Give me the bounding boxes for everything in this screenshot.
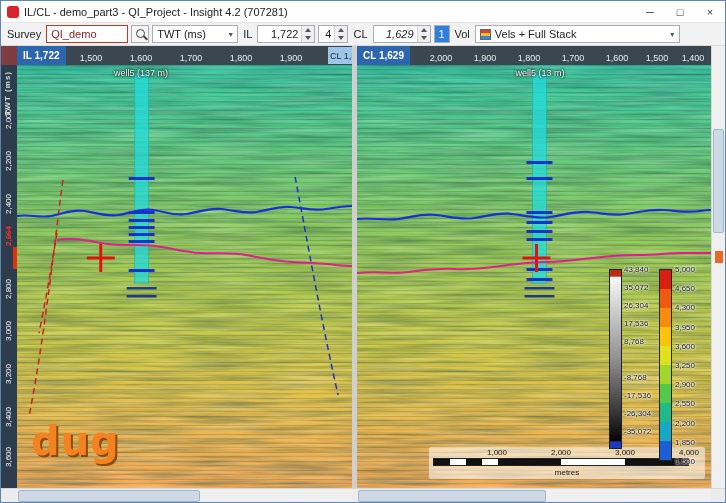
survey-label: Survey <box>5 28 43 40</box>
il-step-spinbox[interactable]: 4 <box>318 25 348 43</box>
colorbar-label: 2,900 <box>675 380 695 389</box>
ruler-tick: 1,600 <box>130 53 153 63</box>
twt-tick: 2,000 <box>4 109 13 129</box>
right-horizontal-scrollbar[interactable] <box>357 489 711 503</box>
left-panel-header: IL 1,722 1,500 1,600 1,700 1,800 1,900 2… <box>17 46 352 65</box>
twt-tick: 2,800 <box>4 279 13 299</box>
ruler-tick: 1,900 <box>474 53 497 63</box>
left-panel-title: IL 1,722 <box>17 46 66 65</box>
cl-value: 1,629 <box>374 26 417 42</box>
right-seismic-view[interactable]: well5 (13 m) 43,840 35,072 26,304 17,536… <box>357 65 711 488</box>
well-label: well5 (13 m) <box>515 68 564 78</box>
scrollbar-thumb[interactable] <box>713 129 724 233</box>
colorbar-label: 4,650 <box>675 284 695 293</box>
colorbar-label: -26,304 <box>624 409 651 418</box>
twt-tick: 2,200 <box>4 151 13 171</box>
ruler-tick: 1,400 <box>682 53 705 63</box>
vertical-scrollbar[interactable] <box>711 46 725 488</box>
intersection-marker: CL 1,5 <box>328 47 352 64</box>
ruler-tick: 1,700 <box>562 53 585 63</box>
amplitude-colorbar[interactable] <box>609 269 622 449</box>
window-controls: ─ □ × <box>635 1 725 22</box>
colorbar-label: -8,768 <box>624 373 647 382</box>
maximize-button[interactable]: □ <box>665 1 695 22</box>
vol-label: Vol <box>453 28 472 40</box>
dug-logo: dug <box>31 418 120 464</box>
twt-tick: 3,400 <box>4 407 13 427</box>
twt-axis[interactable]: TWT (ms) 2,000 2,200 2,400 2,664 2,800 3… <box>1 65 17 488</box>
scale-unit: metres <box>429 468 705 477</box>
ruler-tick: 1,500 <box>80 53 103 63</box>
twt-tick: 3,000 <box>4 321 13 341</box>
ruler-tick: 1,900 <box>280 53 303 63</box>
colorbar-label: 5,000 <box>675 265 695 274</box>
well-label: well5 (137 m) <box>114 68 168 78</box>
chevron-down-icon: ▾ <box>224 30 237 39</box>
il-label: IL <box>241 28 254 40</box>
ruler-tick: 1,600 <box>606 53 629 63</box>
close-button[interactable]: × <box>695 1 725 22</box>
il-spinner-arrows[interactable] <box>301 26 314 42</box>
scrollbar-position-marker <box>715 251 723 263</box>
colorbar-label: 43,840 <box>624 265 648 274</box>
scrollbar-thumb[interactable] <box>18 490 200 502</box>
minimize-button[interactable]: ─ <box>635 1 665 22</box>
app-window: IL/CL - demo_part3 - QI_Project - Insigh… <box>0 0 726 503</box>
app-icon[interactable] <box>7 6 19 18</box>
ruler-tick: 1,700 <box>180 53 203 63</box>
search-icon[interactable] <box>131 25 149 43</box>
colorbar-label: 3,950 <box>675 322 695 331</box>
il-spinbox[interactable]: 1,722 <box>257 25 315 43</box>
window-title: IL/CL - demo_part3 - QI_Project - Insigh… <box>24 6 635 18</box>
cl-spinbox[interactable]: 1,629 <box>373 25 431 43</box>
twt-tick: 3,200 <box>4 364 13 384</box>
volume-icon <box>480 29 491 40</box>
scale-tick: 1,000 <box>487 448 507 457</box>
colorbar-label: 1,500 <box>675 457 695 466</box>
colorbar-label: 4,300 <box>675 303 695 312</box>
colorbar-label: -17,536 <box>624 391 651 400</box>
velocity-colorbar[interactable] <box>659 269 672 461</box>
scale-tick: 3,000 <box>615 448 635 457</box>
scale-bar-segments <box>433 458 689 466</box>
survey-value: QI_demo <box>51 28 96 40</box>
right-panel-title: CL 1,629 <box>357 46 410 65</box>
toolbar: Survey QI_demo TWT (ms) ▾ IL 1,722 4 CL … <box>1 23 725 46</box>
velocity-colorbar-labels: 5,000 4,650 4,300 3,950 3,600 3,250 2,90… <box>675 269 711 461</box>
crosshair <box>87 244 115 272</box>
amplitude-colorbar-labels: 43,840 35,072 26,304 17,536 8,768 -8,768… <box>624 269 660 449</box>
right-panel-header: CL 1,629 2,000 1,900 1,800 1,700 1,600 1… <box>357 46 711 65</box>
fault-line-red-2[interactable] <box>39 233 57 333</box>
left-horizontal-scrollbar[interactable] <box>17 489 352 503</box>
domain-combo[interactable]: TWT (ms) ▾ <box>152 25 238 43</box>
cl-spinner-arrows[interactable] <box>417 26 430 42</box>
cl-step-value: 1 <box>435 26 449 42</box>
survey-combo[interactable]: QI_demo <box>46 25 128 43</box>
twt-tick: 3,600 <box>4 447 13 467</box>
colorbar-label: 17,536 <box>624 319 648 328</box>
chevron-down-icon: ▾ <box>666 30 679 39</box>
colorbar-label: 26,304 <box>624 301 648 310</box>
cl-step-spinbox[interactable]: 1 <box>434 25 450 43</box>
colorbar-label: 1,850 <box>675 437 695 446</box>
volume-combo[interactable]: Vels + Full Stack ▾ <box>475 25 680 43</box>
il-step-value: 4 <box>319 26 334 42</box>
volume-value: Vels + Full Stack <box>495 28 577 40</box>
colorbar-label: 8,768 <box>624 337 644 346</box>
ruler-tick: 1,800 <box>230 53 253 63</box>
colorbar-label: 35,072 <box>624 283 648 292</box>
colorbar-label: 2,550 <box>675 399 695 408</box>
scrollbar-thumb[interactable] <box>358 490 546 502</box>
colorbar-label: 3,250 <box>675 361 695 370</box>
left-seismic-view[interactable]: well5 (137 m) dug <box>17 65 352 488</box>
il-step-spinner-arrows[interactable] <box>334 26 347 42</box>
twt-tick-current: 2,664 <box>4 226 13 246</box>
ruler-tick: 1,800 <box>518 53 541 63</box>
titlebar: IL/CL - demo_part3 - QI_Project - Insigh… <box>1 1 725 23</box>
ruler-tick: 2,000 <box>430 53 453 63</box>
domain-value: TWT (ms) <box>157 28 206 40</box>
twt-tick: 2,400 <box>4 194 13 214</box>
ruler-tick: 1,500 <box>646 53 669 63</box>
cl-label: CL <box>351 28 369 40</box>
colorbar-label: 3,600 <box>675 341 695 350</box>
